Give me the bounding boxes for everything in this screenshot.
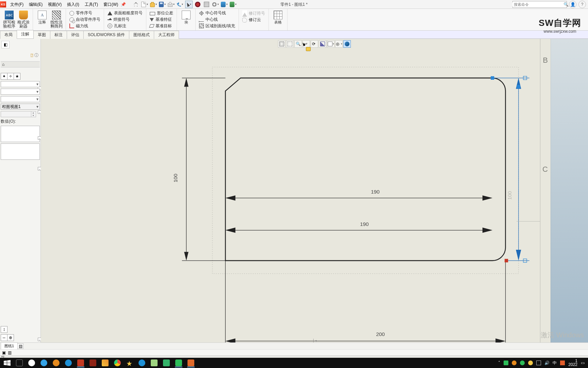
save-button[interactable]	[159, 1, 166, 8]
print-button[interactable]	[167, 1, 175, 8]
revision-cloud-button[interactable]: 修订云	[242, 17, 265, 23]
pm-info-icon[interactable]: ⓘ	[34, 52, 38, 58]
taskbar-sw2020[interactable]	[75, 358, 86, 367]
taskbar-ie[interactable]	[38, 358, 50, 367]
rebuild-button[interactable]	[194, 1, 201, 8]
taskbar-sw2016[interactable]	[87, 358, 99, 367]
undo-button[interactable]	[176, 1, 184, 8]
tray-wechat-icon[interactable]	[504, 361, 508, 365]
tray-s-icon[interactable]	[560, 361, 565, 365]
tab-dimensions[interactable]: 标注	[50, 31, 67, 39]
tab-sheet-format[interactable]: 图纸格式	[129, 31, 154, 39]
bottom-tool-1[interactable]: ▣	[2, 350, 6, 355]
tab-annotation[interactable]: 注解	[17, 30, 34, 39]
taskbar-wps[interactable]	[161, 358, 172, 367]
linear-pattern-button[interactable]: 线性注释阵列	[49, 10, 64, 29]
tab-dagong[interactable]: 大工程师	[154, 31, 179, 39]
magnetic-line-button[interactable]: 磁力线	[69, 23, 100, 29]
pm-help-icon[interactable]: ⍰	[31, 53, 33, 58]
new-button[interactable]	[141, 1, 148, 8]
task-view-button[interactable]	[14, 358, 25, 367]
center-line-button[interactable]: 中心线	[199, 17, 235, 23]
pm-combo-3[interactable]	[1, 96, 40, 102]
tray-clock[interactable]: 12022	[568, 359, 577, 367]
doc-props-button[interactable]	[203, 1, 210, 8]
select-button[interactable]	[185, 1, 193, 8]
menu-view[interactable]: 视图(V)	[45, 0, 64, 9]
search-box[interactable]: 🔍 ▾	[512, 1, 567, 8]
dim-style-3[interactable]: ⊕	[7, 334, 14, 341]
tray-orange-icon[interactable]	[512, 361, 517, 365]
pin-icon[interactable]: 📌	[121, 2, 126, 7]
help-button[interactable]: ?	[578, 1, 586, 8]
options-button[interactable]	[212, 1, 219, 8]
value-textbox-1[interactable]	[1, 126, 40, 142]
open-button[interactable]	[150, 1, 157, 8]
menu-window[interactable]: 窗口(W)	[101, 0, 121, 9]
tab-layout[interactable]: 布局	[0, 31, 17, 39]
tray-ime[interactable]: 中	[553, 360, 557, 366]
taskbar-notes[interactable]	[148, 358, 160, 367]
menu-file[interactable]: 文件(F)	[7, 0, 26, 9]
pm-mode-3[interactable]: ★	[14, 73, 20, 80]
system-tray[interactable]: ˄ 🔊 中 12022 ▭	[498, 359, 587, 367]
pdm-save-button[interactable]	[220, 1, 228, 8]
search-input[interactable]	[512, 2, 562, 6]
sheet-tab-1[interactable]: 图纸1	[1, 342, 18, 350]
tray-green-icon[interactable]	[520, 361, 525, 365]
menu-tools[interactable]: 工具(T)	[82, 0, 101, 9]
drawing-canvas[interactable]: ▭ ▯ 🔍 ↩ ⟳ ◎	[41, 39, 588, 342]
taskbar-search[interactable]	[50, 358, 62, 367]
scale-spinner[interactable]: ▴▾	[1, 111, 36, 117]
value-textbox-2[interactable]	[1, 143, 40, 160]
taskbar-star[interactable]: ★	[124, 358, 135, 367]
origin-header[interactable]: ⌂	[1, 61, 40, 67]
datum-feature-button[interactable]: 基准特征	[150, 17, 173, 23]
spell-check-button[interactable]: ᴀʙᴄ 拼写检验程序	[2, 10, 16, 29]
table-button[interactable]: 表格	[271, 10, 285, 29]
tab-sw-addins[interactable]: SOLIDWORKS 插件	[83, 31, 129, 39]
area-hatch-button[interactable]: 区域剖面线/填充	[199, 23, 235, 29]
start-button[interactable]	[1, 358, 13, 367]
block-button[interactable]: 块	[179, 10, 193, 29]
balloon-button[interactable]: 零件序号	[69, 10, 100, 16]
note-button[interactable]: A 注释	[35, 10, 49, 29]
taskbar-app-2[interactable]	[63, 358, 74, 367]
pdm-save2-button[interactable]	[229, 1, 237, 8]
menu-edit[interactable]: 编辑(E)	[26, 0, 45, 9]
pm-combo-2[interactable]	[1, 89, 40, 95]
pm-mode-1[interactable]: ✦	[1, 73, 7, 80]
tab-evaluate[interactable]: 评估	[67, 31, 84, 39]
format-painter-button[interactable]: 格式涂刷器	[16, 10, 31, 29]
taskbar-camtasia[interactable]	[185, 358, 197, 367]
center-mark-button[interactable]: 中心符号线	[199, 10, 235, 16]
auto-balloon-button[interactable]: 自动零件序号	[69, 17, 100, 23]
tab-sketch[interactable]: 草图	[33, 31, 50, 39]
surface-finish-button[interactable]: 表面粗糙度符号	[108, 10, 143, 16]
hole-callout-button[interactable]: 孔标注	[108, 23, 143, 29]
tray-notifications-icon[interactable]: ▭	[581, 361, 585, 365]
add-sheet-button[interactable]: ▤	[17, 343, 23, 349]
user-button[interactable]: 👤	[569, 1, 576, 8]
datum-target-button[interactable]: 基准目标	[150, 23, 173, 29]
tray-volume-icon[interactable]: 🔊	[544, 361, 549, 365]
tray-network-icon[interactable]	[536, 361, 541, 365]
tray-yellow-icon[interactable]	[528, 361, 533, 365]
home-button[interactable]	[132, 1, 140, 8]
gtol-button[interactable]: 形位公差	[150, 10, 173, 16]
dim-style-2[interactable]: ↔	[1, 334, 7, 341]
bottom-tool-2[interactable]: ▥	[8, 350, 12, 355]
dim-style-1[interactable]: ⟟	[1, 326, 7, 333]
taskbar-app-3[interactable]	[136, 358, 148, 367]
view-name-field[interactable]: 程图视图1	[1, 104, 40, 110]
taskbar-wechat[interactable]	[173, 358, 184, 367]
taskbar-app-1[interactable]	[26, 358, 37, 367]
pm-combo-1[interactable]	[1, 81, 40, 87]
feature-tree-tab[interactable]: ◧	[1, 41, 10, 48]
taskbar-chrome[interactable]	[112, 358, 123, 367]
weld-symbol-button[interactable]: 焊接符号	[108, 17, 143, 23]
menu-insert[interactable]: 插入(I)	[64, 0, 82, 9]
pm-mode-2[interactable]: ✧	[7, 73, 14, 80]
right-resource-bar[interactable]	[551, 39, 588, 342]
tray-chevron-icon[interactable]: ˄	[498, 361, 500, 365]
